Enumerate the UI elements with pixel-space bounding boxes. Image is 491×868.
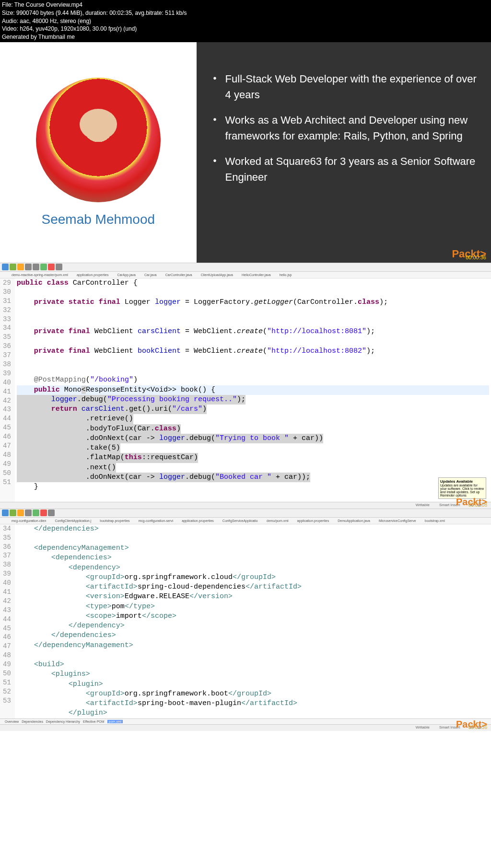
toolbar-icon[interactable]	[33, 264, 39, 270]
toolbar-icon[interactable]	[48, 264, 55, 270]
code-content[interactable]: public class CarController { private sta…	[15, 278, 491, 502]
toolbar-icon[interactable]	[56, 264, 62, 270]
popup-body: Updates are available for your software.…	[440, 484, 484, 497]
editor-tab[interactable]: demo/pom.xml	[265, 519, 291, 523]
presenter-name: Seemab Mehmood	[42, 212, 155, 227]
editor-tab[interactable]: application.properties	[295, 519, 331, 523]
frame-timestamp: 00:01:36	[468, 725, 487, 730]
generated-line: Generated by Thumbnail me	[2, 33, 489, 41]
editor-tab[interactable]: HelloController.java	[240, 273, 273, 277]
pom-tab[interactable]: Dependency Hierarchy	[46, 720, 80, 723]
editor-tab[interactable]: application.properties	[75, 273, 111, 277]
toolbar-icon[interactable]	[10, 264, 16, 270]
audio-line: Audio: aac, 48000 Hz, stereo (eng)	[2, 17, 489, 25]
slide-left-panel: Seemab Mehmood	[0, 42, 197, 263]
editor-tab[interactable]: application.properties	[180, 519, 216, 523]
toolbar-icon[interactable]	[40, 264, 47, 270]
toolbar-icon[interactable]	[25, 264, 32, 270]
editor-tab[interactable]: mcg-configuration-clien	[10, 519, 48, 523]
editor-tab[interactable]: Car.java	[142, 273, 159, 277]
toolbar-icon[interactable]	[10, 509, 16, 516]
editor-tab[interactable]: CarController.java	[164, 273, 194, 277]
size-line: Size: 9900740 bytes (9.44 MiB), duration…	[2, 9, 489, 17]
ide-toolbar[interactable]	[0, 509, 491, 518]
code-content[interactable]: </dependencies> <dependencyManagement> <…	[15, 524, 491, 718]
ide-toolbar[interactable]	[0, 263, 491, 272]
editor-tab[interactable]: demo-reactive-spring-master/pom.xml	[10, 273, 70, 277]
editor-tab[interactable]: CarApp.java	[115, 273, 138, 277]
line-gutter: 29 30 31 32 33 34 35 36 37 38 39 40 41 4…	[0, 278, 15, 502]
editor-tab[interactable]: bootstrap.xml	[423, 519, 447, 523]
editor-tab[interactable]: ClientUploadApp.java	[199, 273, 235, 277]
editor-tab[interactable]: ConfigServiceApplicatio	[221, 519, 260, 523]
toolbar-icon[interactable]	[2, 509, 9, 516]
frame-timestamp: 00:01:08	[468, 502, 487, 508]
ide-statusbar: Writable Smart Insert 40 : 16	[0, 502, 491, 509]
pom-tab-active[interactable]: pom.xml	[107, 720, 123, 723]
pom-tab[interactable]: Dependencies	[22, 720, 43, 723]
file-line: File: The Course Overview.mp4	[2, 1, 489, 9]
bullet-item: Worked at Square63 for 3 years as a Seni…	[211, 153, 477, 185]
ide-statusbar: Writable Smart Insert 24 : 10	[0, 724, 491, 731]
presenter-avatar	[36, 78, 161, 202]
status-writable: Writable	[416, 725, 430, 730]
bullet-item: Works as a Web Architect and Developer u…	[211, 112, 477, 144]
presenter-slide: Seemab Mehmood Full-Stack Web Developer …	[0, 42, 491, 263]
slide-right-panel: Full-Stack Web Developer with the experi…	[197, 42, 491, 263]
toolbar-icon[interactable]	[48, 509, 55, 516]
status-writable: Writable	[416, 503, 430, 508]
editor-tabs[interactable]: mcg-configuration-clienConfigClientAppli…	[0, 518, 491, 524]
code-editor[interactable]: 34 35 36 37 38 39 40 41 42 43 44 45 46 4…	[0, 524, 491, 718]
presenter-bullets: Full-Stack Web Developer with the experi…	[211, 71, 477, 185]
ide-screenshot-2: mcg-configuration-clienConfigClientAppli…	[0, 509, 491, 731]
video-line: Video: h264, yuv420p, 1920x1080, 30.00 f…	[2, 25, 489, 33]
editor-tab[interactable]: DemoApplication.java	[336, 519, 372, 523]
toolbar-icon[interactable]	[17, 264, 24, 270]
editor-tab[interactable]: mcg-configuration-servi	[137, 519, 175, 523]
editor-tab[interactable]: ConfigClientApplication.j	[53, 519, 93, 523]
toolbar-icon[interactable]	[33, 509, 39, 516]
bullet-item: Full-Stack Web Developer with the experi…	[211, 71, 477, 103]
popup-title: Updates Available	[440, 479, 484, 484]
updates-popup[interactable]: Updates Available Updates are available …	[438, 477, 486, 499]
line-gutter: 34 35 36 37 38 39 40 41 42 43 44 45 46 4…	[0, 524, 15, 718]
code-editor[interactable]: 29 30 31 32 33 34 35 36 37 38 39 40 41 4…	[0, 278, 491, 502]
pom-tab[interactable]: Effective POM	[83, 720, 105, 723]
toolbar-icon[interactable]	[2, 264, 9, 270]
slide-timestamp: 00:00:36	[466, 255, 486, 260]
toolbar-icon[interactable]	[40, 509, 47, 516]
editor-tab[interactable]: bootstrap.properties	[98, 519, 131, 523]
pom-editor-tabs[interactable]: Overview Dependencies Dependency Hierarc…	[0, 718, 491, 724]
editor-tab[interactable]: hello.jsp	[278, 273, 294, 277]
toolbar-icon[interactable]	[25, 509, 32, 516]
video-metadata-header: File: The Course Overview.mp4 Size: 9900…	[0, 0, 491, 42]
toolbar-icon[interactable]	[17, 509, 24, 516]
ide-screenshot-1: demo-reactive-spring-master/pom.xmlappli…	[0, 263, 491, 509]
pom-tab[interactable]: Overview	[5, 720, 19, 723]
editor-tabs[interactable]: demo-reactive-spring-master/pom.xmlappli…	[0, 272, 491, 278]
editor-tab[interactable]: MicroserviceConfigServe	[377, 519, 418, 523]
